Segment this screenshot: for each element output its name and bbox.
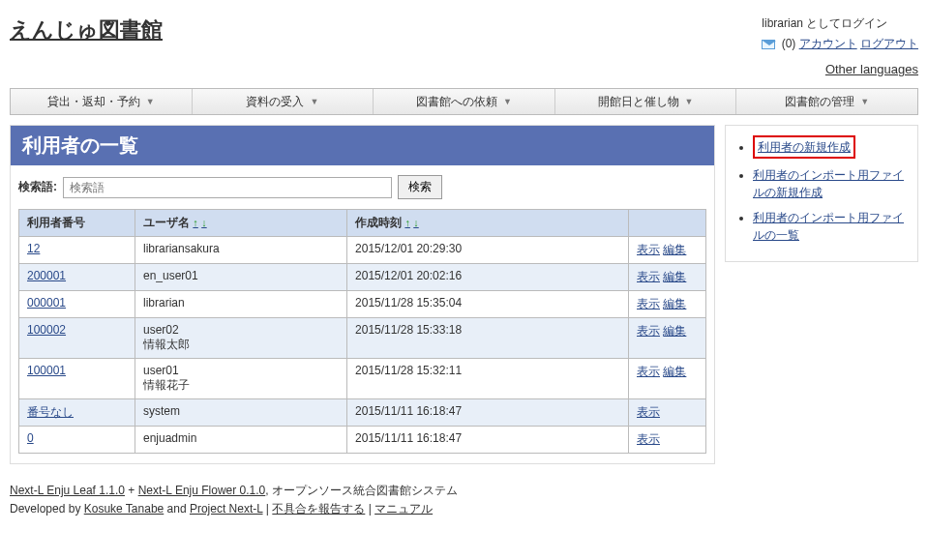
nav-events[interactable]: 開館日と催し物▼ <box>555 89 737 114</box>
footer-manual-link[interactable]: マニュアル <box>374 502 433 516</box>
sidebar-item: 利用者のインポート用ファイルの新規作成 <box>753 166 910 201</box>
col-actions <box>629 210 706 237</box>
message-count: (0) <box>782 37 796 50</box>
table-row: 100002user02情報太郎2015/11/28 15:33:18表示 編集 <box>19 318 706 359</box>
actions-cell: 表示 編集 <box>629 264 706 291</box>
footer-enju-leaf-link[interactable]: Next-L Enju Leaf 1.1.0 <box>10 484 125 497</box>
table-row: 000001librarian2015/11/28 15:35:04表示 編集 <box>19 291 706 318</box>
show-link[interactable]: 表示 <box>637 432 660 446</box>
col-created-at: 作成時刻 ↑ ↓ <box>347 210 629 237</box>
user-number-link[interactable]: 100002 <box>27 323 66 337</box>
logout-link[interactable]: ログアウト <box>860 37 918 50</box>
table-row: 12librariansakura2015/12/01 20:29:30表示 編… <box>19 237 706 264</box>
created-cell: 2015/11/28 15:32:11 <box>347 359 629 399</box>
edit-link[interactable]: 編集 <box>663 297 686 310</box>
sort-username-desc[interactable]: ↓ <box>201 216 207 229</box>
sidebar: 利用者の新規作成 利用者のインポート用ファイルの新規作成 利用者のインポート用フ… <box>725 125 918 262</box>
login-info: librarian としてログイン (0) アカウント ログアウト <box>762 15 918 52</box>
sidebar-item: 利用者の新規作成 <box>753 135 910 159</box>
footer-kosuke-link[interactable]: Kosuke Tanabe <box>84 502 165 516</box>
username-cell: user02情報太郎 <box>135 318 347 359</box>
edit-link[interactable]: 編集 <box>663 365 686 378</box>
actions-cell: 表示 編集 <box>629 318 706 359</box>
account-link[interactable]: アカウント <box>799 37 857 50</box>
user-number-link[interactable]: 200001 <box>27 269 66 282</box>
arrow-up-icon: ↑ <box>404 217 410 228</box>
table-row: 0enjuadmin2015/11/11 16:18:47表示 <box>19 427 706 454</box>
nav-admin[interactable]: 図書館の管理▼ <box>736 89 917 114</box>
show-link[interactable]: 表示 <box>637 405 660 419</box>
page-title: 利用者の一覧 <box>11 126 714 165</box>
search-input[interactable] <box>63 177 392 198</box>
username-cell: enjuadmin <box>135 427 347 454</box>
chevron-down-icon: ▼ <box>503 97 512 106</box>
edit-link[interactable]: 編集 <box>663 324 686 338</box>
show-link[interactable]: 表示 <box>637 324 660 338</box>
created-cell: 2015/12/01 20:02:16 <box>347 264 629 291</box>
sort-username-asc[interactable]: ↑ <box>193 216 198 229</box>
user-number-link[interactable]: 000001 <box>27 296 66 309</box>
table-row: 100001user01情報花子2015/11/28 15:32:11表示 編集 <box>19 359 706 399</box>
table-row: 200001en_user012015/12/01 20:02:16表示 編集 <box>19 264 706 291</box>
username-cell: librariansakura <box>135 237 347 264</box>
actions-cell: 表示 編集 <box>629 291 706 318</box>
actions-cell: 表示 編集 <box>629 237 706 264</box>
show-link[interactable]: 表示 <box>637 365 660 378</box>
chevron-down-icon: ▼ <box>685 97 694 106</box>
user-number-link[interactable]: 12 <box>27 242 40 255</box>
chevron-down-icon: ▼ <box>860 97 869 106</box>
user-number-link[interactable]: 0 <box>27 431 34 445</box>
username-cell: librarian <box>135 291 347 318</box>
nav-circulation[interactable]: 貸出・返却・予約▼ <box>11 89 193 114</box>
show-link[interactable]: 表示 <box>637 270 660 283</box>
created-cell: 2015/11/11 16:18:47 <box>347 427 629 454</box>
mail-icon <box>762 40 775 49</box>
created-cell: 2015/11/28 15:35:04 <box>347 291 629 318</box>
site-title-link[interactable]: えんじゅ図書館 <box>10 17 163 42</box>
created-cell: 2015/12/01 20:29:30 <box>347 237 629 264</box>
user-number-link[interactable]: 番号なし <box>27 405 74 419</box>
username-cell: en_user01 <box>135 264 347 291</box>
footer-project-link[interactable]: Project Next-L <box>190 502 263 516</box>
table-row: 番号なしsystem2015/11/11 16:18:47表示 <box>19 399 706 427</box>
sidebar-item: 利用者のインポート用ファイルの一覧 <box>753 209 910 244</box>
sort-created-desc[interactable]: ↓ <box>413 216 419 229</box>
username-cell: user01情報花子 <box>135 359 347 399</box>
search-button[interactable]: 検索 <box>398 175 442 199</box>
actions-cell: 表示 編集 <box>629 359 706 399</box>
sidebar-new-user-link[interactable]: 利用者の新規作成 <box>758 140 851 154</box>
sort-created-asc[interactable]: ↑ <box>404 216 410 229</box>
created-cell: 2015/11/11 16:18:47 <box>347 399 629 427</box>
search-label: 検索語: <box>18 179 57 195</box>
col-username: ユーザ名 ↑ ↓ <box>135 210 347 237</box>
sidebar-import-new-link[interactable]: 利用者のインポート用ファイルの新規作成 <box>753 168 904 199</box>
chevron-down-icon: ▼ <box>146 97 155 106</box>
footer-bug-link[interactable]: 不具合を報告する <box>272 502 365 516</box>
logged-in-as: librarian としてログイン <box>762 15 918 32</box>
other-languages-link[interactable]: Other languages <box>825 62 918 76</box>
created-cell: 2015/11/28 15:33:18 <box>347 318 629 359</box>
users-table: 利用者番号 ユーザ名 ↑ ↓ 作成時刻 ↑ ↓ <box>18 209 706 454</box>
arrow-down-icon: ↓ <box>201 217 207 228</box>
arrow-down-icon: ↓ <box>413 217 419 228</box>
nav-request[interactable]: 図書館への依頼▼ <box>374 89 555 114</box>
footer: Next-L Enju Leaf 1.1.0 + Next-L Enju Flo… <box>0 474 928 534</box>
actions-cell: 表示 <box>629 399 706 427</box>
col-user-number: 利用者番号 <box>19 210 135 237</box>
main-nav: 貸出・返却・予約▼ 資料の受入▼ 図書館への依頼▼ 開館日と催し物▼ 図書館の管… <box>10 88 918 115</box>
user-number-link[interactable]: 100001 <box>27 364 66 377</box>
edit-link[interactable]: 編集 <box>663 270 686 283</box>
footer-enju-flower-link[interactable]: Next-L Enju Flower 0.1.0 <box>138 484 266 497</box>
username-cell: system <box>135 399 347 427</box>
sidebar-import-list-link[interactable]: 利用者のインポート用ファイルの一覧 <box>753 211 904 242</box>
nav-acquisition[interactable]: 資料の受入▼ <box>193 89 374 114</box>
show-link[interactable]: 表示 <box>637 297 660 310</box>
arrow-up-icon: ↑ <box>193 217 198 228</box>
chevron-down-icon: ▼ <box>310 97 318 106</box>
show-link[interactable]: 表示 <box>637 243 660 256</box>
edit-link[interactable]: 編集 <box>663 243 686 256</box>
actions-cell: 表示 <box>629 427 706 454</box>
